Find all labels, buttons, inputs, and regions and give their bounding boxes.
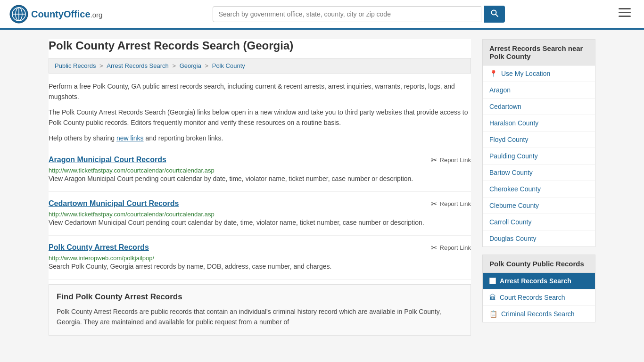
arrest-records-icon	[489, 278, 496, 284]
search-input[interactable]	[213, 6, 481, 22]
sidebar-nearby-header: Arrest Records Search near Polk County	[483, 40, 595, 66]
hamburger-icon	[619, 8, 631, 17]
breadcrumb-public-records[interactable]: Public Records	[55, 62, 96, 69]
report-icon-2: ✂	[431, 199, 437, 208]
sidebar-item-haralson: Haralson County	[483, 115, 595, 132]
use-my-location-label: Use My Location	[501, 70, 550, 77]
report-link-label-2: Report Link	[440, 200, 471, 207]
breadcrumb: Public Records > Arrest Records Search >…	[49, 58, 471, 74]
search-icon	[491, 9, 498, 17]
sidebar-public-records-header: Polk County Public Records	[483, 255, 595, 273]
use-my-location-link[interactable]: 📍 Use My Location	[483, 66, 595, 82]
page-title: Polk County Arrest Records Search (Georg…	[49, 39, 471, 52]
search-button[interactable]	[484, 6, 505, 23]
arrest-records-link[interactable]: Arrest Records Search	[483, 273, 595, 289]
find-title: Find Polk County Arrest Records	[57, 292, 463, 302]
result-title-3[interactable]: Polk County Arrest Records	[49, 243, 149, 252]
result-title-2[interactable]: Cedartown Municipal Court Records	[49, 199, 179, 208]
find-section: Find Polk County Arrest Records Polk Cou…	[49, 284, 471, 336]
cedartown-link[interactable]: Cedartown	[483, 99, 595, 115]
result-item-1: Aragon Municipal Court Records ✂ Report …	[49, 148, 471, 192]
description-1: Perform a free Polk County, GA public ar…	[49, 81, 471, 102]
court-records-label: Court Records Search	[500, 294, 565, 301]
criminal-records-label: Criminal Records Search	[501, 310, 575, 318]
carroll-label: Carroll County	[489, 218, 531, 226]
court-records-link[interactable]: 🏛 Court Records Search	[483, 289, 595, 305]
svg-line-6	[495, 15, 498, 17]
sidebar-item-cleburne: Cleburne County	[483, 197, 595, 214]
report-link-label-3: Report Link	[440, 244, 471, 251]
sidebar-nearby-list: 📍 Use My Location Aragon Cedartown Haral…	[483, 66, 595, 247]
haralson-label: Haralson County	[489, 119, 538, 127]
bartow-label: Bartow County	[489, 169, 533, 176]
sidebar-item-aragon: Aragon	[483, 82, 595, 99]
aragon-link[interactable]: Aragon	[483, 82, 595, 98]
sidebar-item-bartow: Bartow County	[483, 165, 595, 181]
result-desc-2: View Cedartown Municipal Court pending c…	[49, 218, 471, 228]
cedartown-label: Cedartown	[489, 103, 521, 110]
result-desc-1: View Aragon Municipal Court pending cour…	[49, 174, 471, 184]
report-link-1[interactable]: ✂ Report Link	[431, 156, 471, 165]
report-link-2[interactable]: ✂ Report Link	[431, 199, 471, 208]
sidebar: Arrest Records Search near Polk County 📍…	[482, 39, 595, 336]
menu-button[interactable]	[615, 6, 635, 22]
report-icon-1: ✂	[431, 156, 437, 165]
douglas-label: Douglas County	[489, 235, 537, 242]
sidebar-item-criminal-records: 📋 Criminal Records Search	[483, 306, 595, 322]
logo-icon	[9, 5, 28, 24]
result-desc-3: Search Polk County, Georgia arrest recor…	[49, 262, 471, 272]
sidebar-item-floyd: Floyd County	[483, 132, 595, 148]
sidebar-item-cedartown: Cedartown	[483, 99, 595, 115]
result-item-2: Cedartown Municipal Court Records ✂ Repo…	[49, 192, 471, 236]
floyd-link[interactable]: Floyd County	[483, 132, 595, 148]
description-3: Help others by sharing new links and rep…	[49, 133, 471, 143]
search-area	[213, 6, 505, 23]
paulding-link[interactable]: Paulding County	[483, 148, 595, 164]
sidebar-item-douglas: Douglas County	[483, 230, 595, 247]
sidebar-item-use-my-location: 📍 Use My Location	[483, 66, 595, 82]
result-header-3: Polk County Arrest Records ✂ Report Link	[49, 243, 471, 252]
report-icon-3: ✂	[431, 243, 437, 252]
new-links-link[interactable]: new links	[116, 134, 144, 142]
result-url-3[interactable]: http://www.interopweb.com/polkjailpop/	[49, 255, 154, 262]
main-container: Polk County Arrest Records Search (Georg…	[39, 30, 605, 345]
carroll-link[interactable]: Carroll County	[483, 214, 595, 230]
sidebar-nearby-section: Arrest Records Search near Polk County 📍…	[482, 39, 595, 247]
sidebar-item-cherokee: Cherokee County	[483, 181, 595, 197]
content-area: Polk County Arrest Records Search (Georg…	[49, 39, 471, 336]
result-header-2: Cedartown Municipal Court Records ✂ Repo…	[49, 199, 471, 208]
paulding-label: Paulding County	[489, 152, 538, 160]
cleburne-label: Cleburne County	[489, 202, 539, 209]
result-item-3: Polk County Arrest Records ✂ Report Link…	[49, 236, 471, 280]
description-2: The Polk County Arrest Records Search (G…	[49, 107, 471, 128]
report-link-3[interactable]: ✂ Report Link	[431, 243, 471, 252]
result-header-1: Aragon Municipal Court Records ✂ Report …	[49, 156, 471, 165]
logo-text: CountyOffice.org	[31, 9, 102, 20]
location-pin-icon: 📍	[489, 70, 497, 77]
breadcrumb-polk-county[interactable]: Polk County	[212, 62, 245, 69]
arrest-records-label: Arrest Records Search	[500, 277, 571, 285]
douglas-link[interactable]: Douglas County	[483, 230, 595, 247]
criminal-records-icon: 📋	[489, 310, 497, 318]
svg-rect-9	[619, 16, 631, 17]
sidebar-item-carroll: Carroll County	[483, 214, 595, 230]
result-url-1[interactable]: http://www.ticketfastpay.com/courtcalend…	[49, 167, 215, 174]
bartow-link[interactable]: Bartow County	[483, 165, 595, 181]
sidebar-public-records-list: Arrest Records Search 🏛 Court Records Se…	[483, 273, 595, 322]
result-url-2[interactable]: http://www.ticketfastpay.com/courtcalend…	[49, 211, 215, 218]
breadcrumb-arrest-records[interactable]: Arrest Records Search	[107, 62, 169, 69]
svg-rect-7	[619, 8, 631, 9]
court-records-icon: 🏛	[489, 294, 496, 301]
find-desc: Polk County Arrest Records are public re…	[57, 306, 463, 328]
svg-rect-8	[619, 12, 631, 13]
breadcrumb-georgia[interactable]: Georgia	[180, 62, 201, 69]
criminal-records-link[interactable]: 📋 Criminal Records Search	[483, 306, 595, 322]
floyd-label: Floyd County	[489, 136, 528, 143]
haralson-link[interactable]: Haralson County	[483, 115, 595, 131]
result-title-1[interactable]: Aragon Municipal Court Records	[49, 156, 166, 164]
sidebar-item-arrest-records-active: Arrest Records Search	[483, 273, 595, 289]
cherokee-label: Cherokee County	[489, 185, 541, 193]
cherokee-link[interactable]: Cherokee County	[483, 181, 595, 197]
cleburne-link[interactable]: Cleburne County	[483, 197, 595, 214]
aragon-label: Aragon	[489, 86, 511, 94]
